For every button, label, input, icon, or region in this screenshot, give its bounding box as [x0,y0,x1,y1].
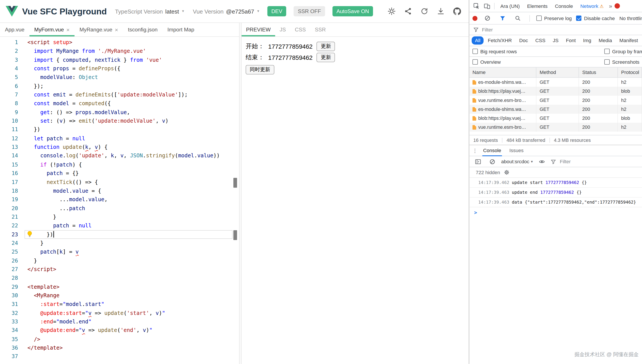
download-icon[interactable] [437,8,445,15]
output-tab-JS[interactable]: JS [275,23,290,36]
code-line[interactable]: const emit = defineEmits(['update:modelV… [25,90,233,99]
overview-checkbox[interactable]: Overview [473,59,501,65]
record-button[interactable] [473,16,477,20]
clear-console-icon[interactable] [487,157,498,166]
typescript-version-select[interactable]: TypeScript Version latest ▼ [115,8,185,14]
github-icon[interactable] [453,8,461,15]
output-tab-PREVIEW[interactable]: PREVIEW [242,23,275,36]
code-line[interactable]: const props = defineProps({ [25,64,233,73]
live-expression-eye-icon[interactable] [536,157,547,166]
file-tab-MyForm.vue[interactable]: MyForm.vue× [29,23,75,36]
vue-version-select[interactable]: Vue Version @e725a67 ▼ [193,8,260,14]
devtools-tab-Console[interactable]: Console [551,0,577,12]
console-filter-input[interactable]: Filter [560,159,571,164]
network-request-row[interactable]: es-module-shims.wa…GET200h2 [469,78,642,87]
code-line[interactable]: console.log('update', k, v, JSON.stringi… [25,152,233,160]
devtools-tab-ara[interactable]: Ara (UN) [497,0,523,12]
file-tab-Import Map[interactable]: Import Map [162,23,199,36]
column-header-name[interactable]: Name [469,68,536,77]
filter-chip-Manifest[interactable]: Manifest [616,36,641,44]
code-editor[interactable]: 1234567891011121314151617181920212223242… [0,37,239,364]
screenshots-checkbox[interactable]: Screenshots [604,59,639,65]
inspect-element-icon[interactable] [471,1,482,11]
code-line[interactable]: import MyRange from './MyRange.vue' [25,47,233,56]
code-line[interactable]: ...patch [25,204,233,212]
code-line[interactable]: <script setup> [25,38,233,47]
code-line[interactable]: <MyRange [25,291,233,300]
console-message[interactable]: 14:17:39.463update end 1772777859462 {} [469,188,642,198]
update-start-button[interactable]: 更新 [317,42,335,51]
code-line[interactable]: }) [25,125,233,134]
device-toolbar-icon[interactable] [482,1,492,11]
update-end-button[interactable]: 更新 [317,53,335,62]
execution-context-select[interactable]: about:srcdoc ▾ [501,159,533,164]
code-line[interactable]: set: (v) => emit('update:modelValue', v) [25,116,233,125]
code-line[interactable]: if (!patch) { [25,160,233,169]
code-line[interactable]: modelValue: Object [25,73,233,82]
close-tab-icon[interactable]: × [66,26,70,33]
code-line[interactable]: let patch = null [25,134,233,143]
code-line[interactable]: } [25,256,233,265]
file-tab-App.vue[interactable]: App.vue [0,23,29,36]
disable-cache-checkbox[interactable]: Disable cache [576,15,615,21]
ssr-toggle-button[interactable]: SSR OFF [294,6,325,16]
code-line[interactable]: patch[k] = v [25,248,233,256]
preserve-log-checkbox[interactable]: Preserve log [536,15,572,21]
console-settings-gear-icon[interactable] [504,170,509,175]
devtools-tab-Network[interactable]: Network⚠ [577,0,607,12]
group-by-frame-checkbox[interactable]: Group by frame [604,48,642,54]
code-line[interactable]: /> [25,335,233,344]
filter-chip-Img[interactable]: Img [580,36,594,44]
filter-chip-Media[interactable]: Media [595,36,615,44]
network-request-row[interactable]: vue.runtime.esm-bro…GET200h2 [469,123,642,132]
kebab-menu-icon[interactable]: ⋮ [471,147,479,154]
filter-chip-JS[interactable]: JS [550,36,562,44]
code-line[interactable]: @update:end="v => update('end', v)" [25,326,233,335]
network-request-row[interactable]: es-module-shims.wa…GET200h2 [469,105,642,114]
vue-logo-icon[interactable] [6,6,18,17]
console-prompt[interactable]: > [469,207,642,218]
code-line[interactable]: </script> [25,265,233,274]
theme-toggle-sun-icon[interactable] [388,8,395,15]
filter-chip-CSS[interactable]: CSS [532,36,549,44]
network-request-row[interactable]: blob:https://play.vuej…GET200blob [469,87,642,96]
code-line[interactable]: model.value = { [25,186,233,195]
share-icon[interactable] [404,8,412,15]
close-tab-icon[interactable]: × [115,26,118,33]
code-line[interactable] [25,274,233,282]
clear-icon[interactable] [482,13,493,23]
code-line[interactable]: ...model.value, [25,195,233,204]
code-line[interactable]: patch = null [25,221,233,230]
filter-chip-Fetch/XHR[interactable]: Fetch/XHR [485,36,515,44]
network-filter-input[interactable]: Filter [482,27,493,32]
column-header-method[interactable]: Method [536,68,579,77]
network-request-row[interactable]: blob:https://play.vuej…GET200blob [469,114,642,123]
filter-chip-Font[interactable]: Font [563,36,579,44]
code-line[interactable] [25,352,233,361]
code-line[interactable]: function update(k, v) { [25,143,233,152]
drawer-tab-Issues[interactable]: Issues [505,145,528,156]
search-icon[interactable] [512,13,523,23]
error-badge[interactable] [615,3,620,8]
code-line[interactable]: :end="model.end" [25,317,233,326]
big-request-rows-checkbox[interactable]: Big request rows [473,48,517,54]
file-tab-tsconfig.json[interactable]: tsconfig.json [123,23,162,36]
code-line[interactable]: </template> [25,344,233,352]
console-message[interactable]: 14:17:39.463data {"start":1772777859462,… [469,198,642,207]
file-tab-MyRange.vue[interactable]: MyRange.vue× [75,23,123,36]
filter-chip-Doc[interactable]: Doc [516,36,531,44]
dev-toggle-button[interactable]: DEV [267,6,287,16]
console-sidebar-icon[interactable] [473,157,483,166]
code-line[interactable]: @update:start="v => update('start', v)" [25,308,233,317]
code-line[interactable]: } [25,212,233,221]
more-tabs-icon[interactable]: » [607,2,614,9]
filter-chip-All[interactable]: All [472,36,484,44]
code-line[interactable]: :start="model.start" [25,300,233,308]
code-line[interactable]: <template> [25,282,233,291]
split-resize-handle[interactable] [239,23,242,364]
console-message[interactable]: 14:17:39.462update start 1772777859462 {… [469,178,642,188]
code-line[interactable]: }); [25,82,233,90]
code-line[interactable]: nextTick(() => { [25,178,233,186]
code-line[interactable]: } [25,239,233,248]
code-line[interactable]: import { computed, nextTick } from 'vue' [25,56,233,64]
